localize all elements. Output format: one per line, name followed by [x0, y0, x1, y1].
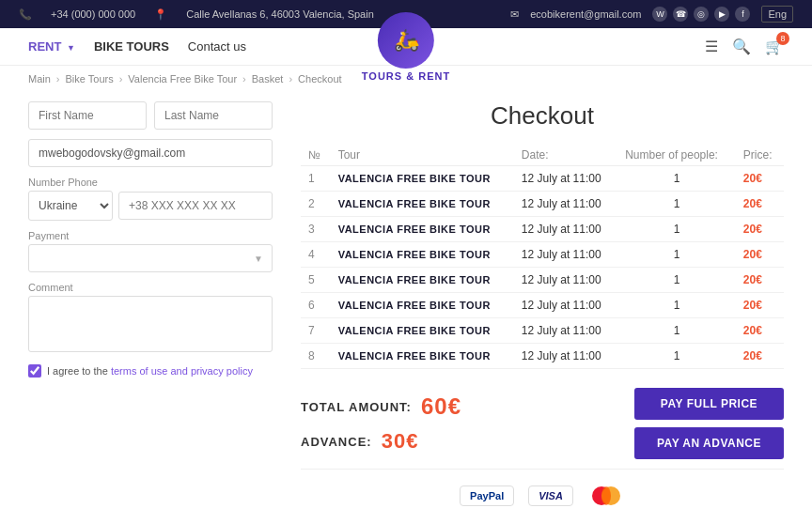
terms-link[interactable]: terms of use and privacy policy [111, 365, 253, 377]
rent-dropdown-arrow: ▼ [67, 43, 75, 53]
phone-icon: 📞 [19, 8, 32, 21]
breadcrumb-tour-name[interactable]: Valencia Free Bike Tour [128, 73, 237, 85]
terms-row: I agree to the terms of use and privacy … [28, 364, 273, 378]
youtube-icon[interactable]: ▶ [714, 7, 729, 22]
totals-section: TOTAL AMOUNT: 60€ ADVANCE: 30€ PAY FULL … [301, 388, 784, 459]
social-icons: W ☎ ◎ ▶ f [652, 7, 750, 22]
logo-circle: 🛵 [378, 12, 434, 69]
main-content: Number Phone Ukraine Spain Other Payment… [0, 92, 812, 524]
top-bar-right: ✉ ecobikerent@gmail.com W ☎ ◎ ▶ f Eng [510, 6, 793, 23]
row-date: 12 July at 11:00 [514, 166, 617, 192]
row-date: 12 July at 11:00 [514, 268, 617, 293]
table-row: 4 VALENCIA FREE BIKE TOUR 12 July at 11:… [301, 242, 784, 268]
row-tour: VALENCIA FREE BIKE TOUR [331, 318, 514, 344]
row-tour: VALENCIA FREE BIKE TOUR [331, 268, 514, 293]
cart-wrapper[interactable]: 🛒 8 [765, 38, 784, 55]
row-price: 20€ [736, 217, 784, 242]
language-selector[interactable]: Eng [761, 6, 793, 23]
hamburger-icon[interactable]: ☰ [705, 38, 718, 55]
search-icon[interactable]: 🔍 [732, 38, 751, 55]
total-amount-row: TOTAL AMOUNT: 60€ [301, 393, 461, 420]
table-row: 8 VALENCIA FREE BIKE TOUR 12 July at 11:… [301, 344, 784, 369]
row-price: 20€ [736, 268, 784, 293]
table-row: 6 VALENCIA FREE BIKE TOUR 12 July at 11:… [301, 293, 784, 318]
header: RENT ▼ BIKE TOURS Contact us 🛵 TOURS & R… [0, 28, 812, 66]
row-num: 1 [301, 166, 331, 192]
top-phone: +34 (000) 000 000 [51, 8, 135, 20]
advance-row: ADVANCE: 30€ [301, 429, 461, 454]
phone-label: Number Phone [28, 177, 273, 188]
facebook-icon[interactable]: f [735, 7, 750, 22]
row-date: 12 July at 11:00 [514, 192, 617, 217]
checkout-form: Number Phone Ukraine Spain Other Payment… [28, 101, 273, 517]
row-people: 1 [617, 293, 736, 318]
table-row: 5 VALENCIA FREE BIKE TOUR 12 July at 11:… [301, 268, 784, 293]
country-select[interactable]: Ukraine Spain Other [28, 191, 113, 221]
top-address: Calle Avellanas 6, 46003 Valencia, Spain [186, 8, 374, 20]
first-name-input[interactable] [28, 101, 147, 130]
pay-advance-button[interactable]: PAY AN ADVANCE [634, 427, 784, 459]
row-num: 8 [301, 344, 331, 369]
total-label: TOTAL AMOUNT: [301, 400, 412, 414]
paypal-logo: PayPal [460, 485, 514, 506]
comment-label: Comment [28, 282, 273, 293]
nav-rent[interactable]: RENT ▼ [28, 39, 75, 54]
row-price: 20€ [736, 166, 784, 192]
email-icon: ✉ [510, 8, 519, 21]
location-icon: 📍 [154, 8, 167, 21]
email-row [28, 139, 273, 167]
instagram-icon[interactable]: ◎ [694, 7, 709, 22]
col-people: Number of people: [617, 145, 736, 166]
page-title: Checkout [301, 101, 784, 131]
row-date: 12 July at 11:00 [514, 242, 617, 268]
cart-badge: 8 [776, 32, 789, 45]
row-people: 1 [617, 192, 736, 217]
payment-select-wrap: Card PayPal ▼ [28, 244, 273, 272]
top-email: ecobikerent@gmail.com [530, 8, 641, 20]
comment-input[interactable] [28, 296, 273, 352]
row-people: 1 [617, 344, 736, 369]
row-price: 20€ [736, 344, 784, 369]
breadcrumb-bike-tours[interactable]: Bike Tours [66, 73, 114, 85]
terms-text: I agree to the terms of use and privacy … [47, 365, 253, 377]
logo[interactable]: 🛵 TOURS & RENT [362, 12, 450, 82]
mastercard-logo [587, 484, 625, 508]
email-input[interactable] [28, 139, 273, 167]
phone-input[interactable] [118, 192, 273, 220]
table-row: 1 VALENCIA FREE BIKE TOUR 12 July at 11:… [301, 166, 784, 192]
nav-left: RENT ▼ BIKE TOURS Contact us [28, 39, 406, 54]
breadcrumb-basket[interactable]: Basket [252, 73, 284, 85]
phone-row: Ukraine Spain Other [28, 191, 273, 221]
row-tour: VALENCIA FREE BIKE TOUR [331, 192, 514, 217]
terms-checkbox[interactable] [28, 364, 41, 378]
nav-bike-tours[interactable]: BIKE TOURS [94, 39, 169, 54]
row-num: 2 [301, 192, 331, 217]
phone-social-icon[interactable]: ☎ [673, 7, 688, 22]
row-price: 20€ [736, 318, 784, 344]
advance-label: ADVANCE: [301, 435, 372, 449]
row-date: 12 July at 11:00 [514, 293, 617, 318]
name-row [28, 101, 273, 130]
breadcrumb-sep1: › [56, 73, 60, 85]
total-block: TOTAL AMOUNT: 60€ ADVANCE: 30€ [301, 393, 461, 454]
top-bar-left: 📞 +34 (000) 000 000 📍 Calle Avellanas 6,… [19, 8, 374, 21]
button-block: PAY FULL PRICE PAY AN ADVANCE [634, 388, 784, 459]
row-price: 20€ [736, 242, 784, 268]
whatsapp-icon[interactable]: W [652, 7, 667, 22]
row-num: 6 [301, 293, 331, 318]
col-num: № [301, 145, 331, 166]
logo-text: TOURS & RENT [362, 70, 450, 82]
payment-select[interactable]: Card PayPal [28, 244, 273, 272]
breadcrumb-current: Checkout [298, 73, 341, 85]
row-date: 12 July at 11:00 [514, 217, 617, 242]
col-price: Price: [736, 145, 784, 166]
breadcrumb-main[interactable]: Main [28, 73, 51, 85]
nav-contact[interactable]: Contact us [188, 39, 246, 54]
breadcrumb-sep4: › [289, 73, 292, 85]
row-tour: VALENCIA FREE BIKE TOUR [331, 242, 514, 268]
pay-full-button[interactable]: PAY FULL PRICE [634, 388, 784, 420]
order-table: № Tour Date: Number of people: Price: 1 … [301, 145, 784, 369]
last-name-input[interactable] [154, 101, 273, 130]
table-row: 3 VALENCIA FREE BIKE TOUR 12 July at 11:… [301, 217, 784, 242]
row-tour: VALENCIA FREE BIKE TOUR [331, 344, 514, 369]
